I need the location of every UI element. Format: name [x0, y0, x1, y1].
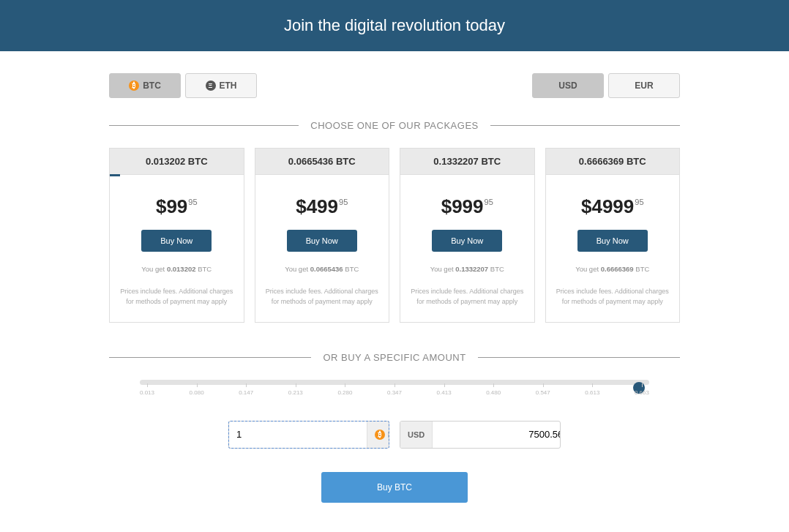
crypto-tab-eth-label: ETH	[220, 80, 237, 91]
btc-icon: ₿	[375, 430, 385, 440]
package-price: $49995	[296, 195, 348, 218]
crypto-tab-btc[interactable]: ₿ BTC	[109, 73, 181, 98]
currency-tab-eur[interactable]: EUR	[608, 73, 680, 98]
you-get-prefix: You get	[430, 265, 456, 273]
amount-slider[interactable]: 0.0130.0800.1470.2130.2800.3470.4130.480…	[140, 380, 649, 396]
btc-icon: ₿	[129, 80, 139, 91]
price-main: $99	[156, 195, 187, 218]
package-price: $99995	[441, 195, 493, 218]
top-toggles: ₿ BTC Ξ ETH USD EUR	[109, 73, 680, 98]
buy-now-button[interactable]: Buy Now	[432, 230, 502, 252]
fine-print: Prices include fees. Additional charges …	[555, 286, 671, 307]
amount-title: OR BUY A SPECIFIC AMOUNT	[311, 352, 477, 363]
price-main: $999	[441, 195, 484, 218]
buy-btc-button[interactable]: Buy BTC	[321, 472, 468, 503]
package-body: $499995 Buy Now You get 0.6666369 BTC Pr…	[546, 175, 680, 322]
fine-print: Prices include fees. Additional charges …	[264, 286, 381, 307]
price-main: $499	[296, 195, 338, 218]
you-get-suffix: BTC	[196, 265, 212, 273]
you-get-prefix: You get	[285, 265, 310, 273]
banner-title: Join the digital revolution today	[284, 16, 505, 34]
price-main: $4999	[581, 195, 634, 218]
you-get-amount: 0.0665436	[310, 265, 343, 273]
slider-tick: 0.413	[437, 389, 452, 396]
usd-amount-field-group: USD	[400, 421, 561, 449]
package-price: $499995	[581, 195, 644, 218]
you-get-suffix: BTC	[634, 265, 650, 273]
slider-tick: 0.547	[536, 389, 550, 396]
fine-print: Prices include fees. Additional charges …	[409, 286, 526, 307]
currency-tab-usd[interactable]: USD	[532, 73, 604, 98]
amount-input-row: ₿ BTC USD	[109, 421, 680, 449]
package-body: $9995 Buy Now You get 0.013202 BTC Price…	[110, 175, 244, 322]
packages-title: CHOOSE ONE OF OUR PACKAGES	[299, 120, 490, 131]
amount-title-wrap: OR BUY A SPECIFIC AMOUNT	[109, 351, 680, 364]
crypto-toggle-group: ₿ BTC Ξ ETH	[109, 73, 257, 98]
you-get-suffix: BTC	[488, 265, 504, 273]
slider-tick: 0.480	[486, 389, 501, 396]
buy-now-button[interactable]: Buy Now	[287, 230, 357, 252]
package-price: $9995	[156, 195, 198, 218]
you-get-amount: 0.013202	[167, 265, 196, 273]
packages-title-wrap: CHOOSE ONE OF OUR PACKAGES	[109, 119, 680, 132]
packages-row: 0.013202 BTC $9995 Buy Now You get 0.013…	[109, 148, 680, 323]
slider-tick: 0.147	[239, 389, 253, 396]
slider-tick: 0.213	[288, 389, 303, 396]
you-get-suffix: BTC	[343, 265, 359, 273]
buy-now-button[interactable]: Buy Now	[577, 230, 648, 252]
you-get-amount: 0.1332207	[455, 265, 488, 273]
package-header: 0.1332207 BTC	[400, 149, 534, 175]
price-cents: 95	[635, 198, 643, 206]
currency-tab-eur-label: EUR	[635, 80, 653, 91]
price-cents: 95	[485, 198, 493, 206]
btc-suffix: ₿ BTC	[367, 422, 389, 448]
slider-ticks: 0.0130.0800.1470.2130.2800.3470.4130.480…	[140, 389, 649, 396]
eth-icon: Ξ	[206, 80, 216, 91]
crypto-tab-btc-label: BTC	[143, 80, 161, 91]
package-header: 0.0665436 BTC	[255, 149, 389, 175]
package-header: 0.013202 BTC	[110, 149, 244, 175]
price-cents: 95	[188, 198, 197, 206]
btc-suffix-label: BTC	[388, 430, 389, 439]
you-get-prefix: You get	[575, 265, 601, 273]
banner: Join the digital revolution today	[0, 0, 789, 51]
fine-print: Prices include fees. Additional charges …	[119, 286, 235, 307]
you-get-text: You get 0.1332207 BTC	[430, 265, 504, 273]
slider-tick: 0.013	[140, 389, 154, 396]
btc-amount-field-group: ₿ BTC	[228, 421, 389, 449]
you-get-amount: 0.6666369	[601, 265, 634, 273]
package-card: 0.0665436 BTC $49995 Buy Now You get 0.0…	[255, 148, 390, 323]
crypto-tab-eth[interactable]: Ξ ETH	[185, 73, 257, 98]
usd-prefix: USD	[400, 422, 433, 448]
specific-amount-section: OR BUY A SPECIFIC AMOUNT 0.0130.0800.147…	[109, 351, 680, 503]
buy-now-button[interactable]: Buy Now	[141, 230, 212, 252]
btc-amount-input[interactable]	[229, 422, 367, 448]
slider-tick: 0.347	[387, 389, 402, 396]
slider-tick: 0.613	[585, 389, 599, 396]
package-body: $49995 Buy Now You get 0.0665436 BTC Pri…	[255, 175, 389, 322]
you-get-text: You get 0.6666369 BTC	[575, 265, 649, 273]
slider-tick: 0.663	[635, 389, 649, 396]
currency-tab-usd-label: USD	[558, 80, 577, 91]
package-card: 0.013202 BTC $9995 Buy Now You get 0.013…	[109, 148, 244, 323]
usd-amount-input[interactable]	[433, 422, 561, 448]
slider-tick: 0.280	[337, 389, 352, 396]
price-cents: 95	[339, 198, 348, 206]
package-header: 0.6666369 BTC	[546, 149, 680, 175]
you-get-text: You get 0.0665436 BTC	[285, 265, 359, 273]
you-get-prefix: You get	[141, 265, 167, 273]
slider-tick: 0.080	[190, 389, 204, 396]
package-card: 0.1332207 BTC $99995 Buy Now You get 0.1…	[400, 148, 535, 323]
package-body: $99995 Buy Now You get 0.1332207 BTC Pri…	[400, 175, 534, 322]
package-card: 0.6666369 BTC $499995 Buy Now You get 0.…	[545, 148, 681, 323]
you-get-text: You get 0.013202 BTC	[141, 265, 212, 273]
currency-toggle-group: USD EUR	[532, 73, 680, 98]
